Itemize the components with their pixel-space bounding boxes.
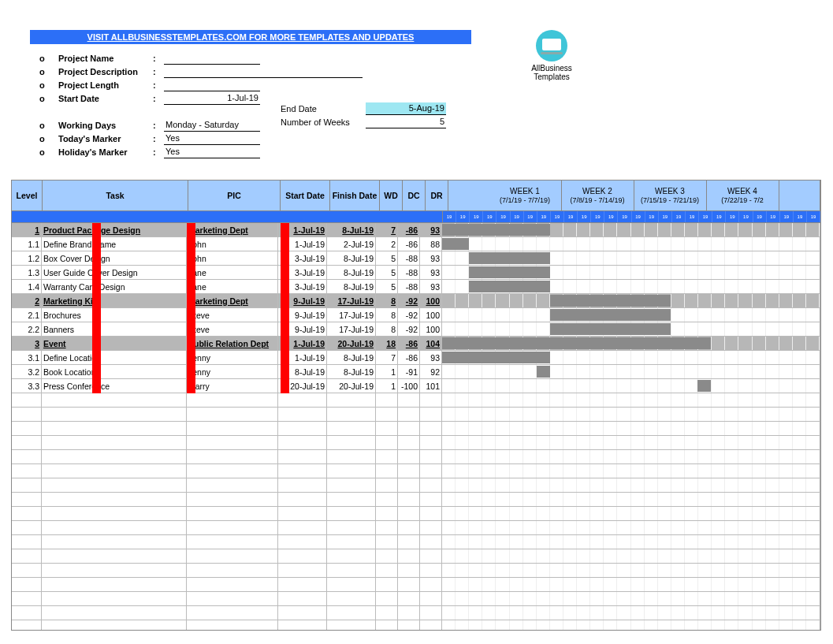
timeline-cell	[442, 549, 820, 563]
label-project-length: Project Length	[58, 80, 153, 90]
day-header-cell: 19	[496, 211, 510, 222]
gantt-bar	[550, 323, 671, 335]
task-row[interactable]: 3EventPublic Relation Dept1-Jul-1920-Jul…	[12, 337, 820, 351]
bullet-icon: o	[39, 147, 58, 157]
task-row[interactable]: 1.3User Guide Cover DesignJane3-Jul-198-…	[12, 266, 820, 280]
empty-row	[12, 606, 820, 620]
cell-dr: 93	[420, 280, 442, 293]
cell-pic	[187, 464, 278, 478]
empty-row	[12, 620, 820, 631]
timeline-cell	[442, 620, 820, 631]
timeline-cell	[442, 507, 820, 520]
cell-pic	[187, 478, 278, 492]
cell-wd: 8	[376, 308, 398, 322]
timeline-cell	[442, 450, 820, 463]
cell-task	[42, 478, 187, 492]
cell-pic: Jane	[187, 280, 278, 293]
hdr-finish-date: Finish Date	[330, 181, 380, 210]
cell-fd	[327, 450, 376, 463]
cell-fd	[327, 493, 376, 506]
label-project-name: Project Name	[58, 54, 153, 63]
cell-dc	[398, 606, 420, 620]
cell-task	[42, 620, 187, 631]
cell-level	[12, 564, 42, 577]
input-start-date[interactable]: 1-Jul-19	[164, 92, 260, 105]
task-row[interactable]: 1Product Package DesignMarketing Dept1-J…	[12, 223, 820, 237]
gantt-bar	[697, 380, 711, 392]
cell-fd: 17-Jul-19	[327, 322, 376, 336]
task-row[interactable]: 1.2Box Cover DesignJohn3-Jul-198-Jul-195…	[12, 251, 820, 266]
day-header-cell: 19	[753, 211, 767, 222]
cell-pic: Marketing Dept	[187, 294, 278, 307]
cell-task	[42, 535, 187, 549]
task-row[interactable]: 2Marketing KitMarketing Dept9-Jul-1917-J…	[12, 294, 820, 308]
cell-task	[42, 564, 187, 577]
task-row[interactable]: 2.2BannersSteve9-Jul-1917-Jul-198-92100	[12, 322, 820, 337]
week-header: WEEK 3(7/15/19 - 7/21/19)	[634, 181, 707, 210]
day-header-cell: 19	[618, 211, 631, 222]
cell-fd	[327, 521, 376, 534]
bullet-icon: o	[39, 134, 58, 143]
timeline-cell	[442, 606, 820, 620]
input-project-name[interactable]	[164, 52, 260, 65]
label-working-days: Working Days	[58, 121, 153, 130]
timeline-cell	[442, 294, 820, 307]
cell-sd	[278, 464, 327, 478]
cell-wd: 7	[376, 351, 398, 364]
cell-dc	[398, 493, 420, 506]
cell-level: 1.1	[12, 237, 42, 251]
day-header-cell: 19	[511, 211, 524, 222]
input-todays-marker[interactable]: Yes	[164, 132, 260, 145]
cell-task: User Guide Cover Design	[42, 266, 187, 279]
cell-level	[12, 436, 42, 449]
cell-wd: 18	[376, 337, 398, 350]
task-row[interactable]: 1.1Define Brand NameJohn1-Jul-192-Jul-19…	[12, 237, 820, 251]
cell-dr	[420, 408, 442, 421]
hdr-pic: PIC	[188, 181, 281, 210]
empty-row	[12, 478, 820, 493]
empty-row	[12, 507, 820, 521]
cell-fd: 8-Jul-19	[327, 351, 376, 364]
timeline-cell	[442, 592, 820, 605]
cell-level	[12, 620, 42, 631]
bullet-icon: o	[39, 67, 58, 76]
input-working-days[interactable]: Monday - Saturday	[164, 119, 260, 132]
cell-wd: 5	[376, 266, 398, 279]
task-row[interactable]: 3.3Press ConferenceMarry20-Jul-1920-Jul-…	[12, 379, 820, 393]
gantt-grid[interactable]: Level Task PIC Start Date Finish Date WD…	[11, 180, 821, 631]
cell-level: 1.2	[12, 251, 42, 265]
cell-wd: 8	[376, 294, 398, 307]
cell-dc: -92	[398, 322, 420, 336]
cell-dr: 93	[420, 266, 442, 279]
cell-dc: -86	[398, 237, 420, 251]
hdr-start-date: Start Date	[281, 181, 330, 210]
cell-pic: Public Relation Dept	[187, 337, 278, 350]
cell-task: Event	[42, 337, 187, 350]
input-project-description[interactable]	[164, 65, 363, 78]
task-row[interactable]: 3.2Book LocationJenny8-Jul-198-Jul-191-9…	[12, 365, 820, 379]
banner-link[interactable]: VISIT ALLBUSINESSTEMPLATES.COM FOR MORE …	[30, 30, 471, 44]
cell-sd	[278, 408, 327, 421]
cell-pic: Steve	[187, 308, 278, 322]
day-header-cell: 19	[483, 211, 496, 222]
cell-pic	[187, 521, 278, 534]
cell-pic: Jane	[187, 266, 278, 279]
input-holidays-marker[interactable]: Yes	[164, 146, 260, 158]
cell-task	[42, 493, 187, 506]
timeline-cell	[442, 564, 820, 577]
task-row[interactable]: 2.1BrochuresSteve9-Jul-1917-Jul-198-9210…	[12, 308, 820, 322]
cell-dc	[398, 620, 420, 631]
cell-task: Press Conference	[42, 379, 187, 393]
cell-dr: 93	[420, 251, 442, 265]
cell-level: 2.2	[12, 322, 42, 336]
cell-pic	[187, 408, 278, 421]
cell-dc	[398, 564, 420, 577]
cell-dc	[398, 393, 420, 407]
day-header-cell: 19	[551, 211, 564, 222]
cell-sd	[278, 507, 327, 520]
task-row[interactable]: 3.1Define LocationJenny1-Jul-198-Jul-197…	[12, 351, 820, 365]
input-project-length[interactable]	[164, 79, 260, 91]
cell-dr	[420, 464, 442, 478]
cell-dc: -92	[398, 294, 420, 307]
task-row[interactable]: 1.4Warranty Card DesignJane3-Jul-198-Jul…	[12, 280, 820, 294]
